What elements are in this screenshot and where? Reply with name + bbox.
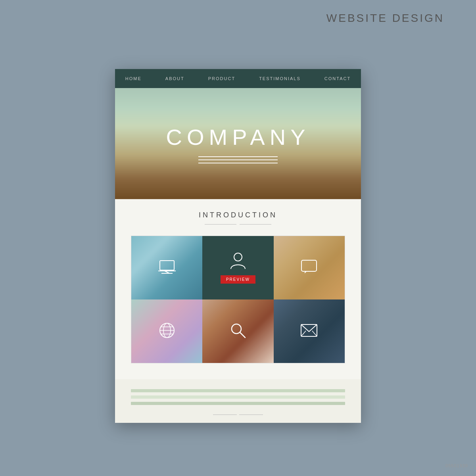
search-icon [230, 322, 246, 340]
page-wrapper: WEBSITE DESIGN HOME ABOUT PRODUCT TESTIM… [0, 0, 476, 476]
svg-point-5 [234, 253, 242, 261]
svg-rect-6 [301, 260, 317, 271]
svg-rect-1 [161, 262, 173, 269]
divider-left [205, 224, 236, 225]
svg-rect-0 [160, 261, 174, 270]
footer-stripe-1 [131, 389, 345, 392]
svg-line-15 [301, 331, 306, 336]
divider-right [240, 224, 271, 225]
nav-about[interactable]: ABOUT [165, 76, 184, 81]
footer-divider [131, 415, 345, 415]
intro-section: INTRODUCTION [115, 199, 361, 379]
footer-line-left [213, 415, 237, 415]
footer-stripe-2 [131, 395, 345, 399]
intro-title: INTRODUCTION [131, 211, 345, 219]
nav-contact[interactable]: CONTACT [324, 76, 351, 81]
hero-line-3 [198, 163, 278, 163]
nav-home[interactable]: HOME [125, 76, 142, 81]
page-title: WEBSITE DESIGN [326, 12, 444, 25]
hero-section: COMPANY [115, 88, 361, 199]
grid-cell-5[interactable] [202, 299, 273, 363]
footer-line-right [239, 415, 263, 415]
hero-line-1 [198, 156, 278, 157]
grid-cell-1[interactable] [131, 236, 202, 299]
footer-stripes [115, 379, 361, 423]
chat-icon [301, 259, 317, 276]
globe-icon [159, 322, 175, 340]
intro-divider [131, 224, 345, 225]
footer-stripe-3 [131, 402, 345, 405]
watermark: 05501939 [445, 463, 468, 468]
nav-testimonials[interactable]: TESTIMONIALS [259, 76, 301, 81]
mail-icon [300, 324, 318, 339]
nav-product[interactable]: PRODUCT [208, 76, 235, 81]
nav-bar: HOME ABOUT PRODUCT TESTIMONIALS CONTACT [115, 69, 361, 88]
grid-cell-4[interactable] [131, 299, 202, 363]
grid-cell-3[interactable] [274, 236, 345, 299]
grid-container: PREVIEW [131, 236, 345, 363]
hero-title: COMPANY [166, 124, 310, 150]
hero-line-2 [198, 159, 278, 160]
svg-line-13 [240, 332, 245, 338]
laptop-icon [158, 260, 176, 276]
svg-line-16 [312, 331, 317, 336]
grid-cell-6[interactable] [274, 299, 345, 363]
grid-cell-2[interactable]: PREVIEW [202, 236, 273, 299]
preview-badge[interactable]: PREVIEW [221, 275, 255, 284]
website-mockup: HOME ABOUT PRODUCT TESTIMONIALS CONTACT … [115, 69, 361, 423]
hero-decorative-lines [198, 156, 278, 163]
person-icon [230, 252, 246, 271]
